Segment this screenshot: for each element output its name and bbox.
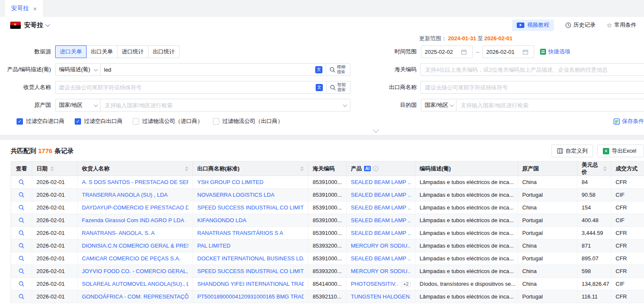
smart-search-button[interactable]: 智能搜索 (326, 81, 350, 93)
date-to-picker[interactable] (482, 45, 534, 58)
filter-checkbox[interactable]: ✓过滤空白出口商 (75, 117, 123, 125)
table-row: 2026-02-01 GONDOÁFRICA - COM. REPRESENTA… (11, 290, 644, 303)
cell-consignee-link[interactable]: GONDOÁFRICA - COM. REPRESENTAÇÕES ... (82, 293, 188, 300)
collapse-filters-button[interactable] (373, 127, 379, 133)
view-detail-icon[interactable] (18, 268, 25, 274)
data-source-tabs: 进口关单出口关单进口统计出口统计 (55, 45, 179, 58)
export-excel-button[interactable]: X 导出Excel (597, 145, 644, 157)
sort-icons[interactable] (185, 166, 188, 171)
view-detail-icon[interactable] (18, 230, 25, 236)
destination-country-select[interactable]: 国家/地区 (421, 99, 456, 112)
cell-consignee-link[interactable]: CAMICAR COMERCIO DE PEÇAS S.A. (82, 255, 181, 262)
history-button[interactable]: 历史记录 (565, 21, 596, 29)
cell-exporter-link[interactable]: SPEED SUCCESS INDUSTRIAL CO LIMITED (197, 204, 304, 211)
cell-product-link[interactable]: MERCURY OR SODIU... (351, 268, 411, 274)
date-from-input[interactable] (425, 49, 459, 55)
view-detail-icon[interactable] (18, 293, 25, 300)
product-search-group: 文 模糊搜索 (100, 63, 350, 76)
cell-exporter-link[interactable]: PT50018900004120931000165 BMG TRADI... (197, 293, 304, 300)
fuzzy-search-button[interactable]: 模糊搜索 (326, 64, 350, 75)
origin-country-select[interactable]: 国家/地区 (55, 99, 101, 112)
checkbox-checked-icon[interactable]: ✓ (17, 118, 23, 125)
video-tutorial-button[interactable]: 视频教程 (512, 20, 554, 31)
view-detail-icon[interactable] (18, 204, 25, 211)
customize-columns-button[interactable]: 自定义列 (552, 145, 593, 157)
cell-product-link[interactable]: SEALED BEAM LAMP ... (351, 204, 411, 211)
quick-options-link[interactable]: 快捷选项 (540, 48, 570, 56)
cell-product-link[interactable]: SEALED BEAM LAMP ... (351, 230, 411, 236)
chevron-down-icon[interactable] (45, 22, 50, 27)
search-icon (330, 84, 336, 91)
favorites-button[interactable]: ☆ 常用条件 (607, 21, 636, 29)
view-detail-icon[interactable] (18, 179, 25, 185)
cell-consignee-link[interactable]: RANATRANS- ANGOLA, S. A (82, 230, 155, 236)
tab-angola[interactable]: 安哥拉 × (5, 0, 43, 17)
hs-code-input[interactable] (425, 67, 641, 73)
column-header-consignee[interactable]: 收货人名称 (78, 162, 193, 176)
product-extra-badge[interactable]: +2 (401, 281, 411, 287)
date-from-picker[interactable] (421, 45, 473, 58)
view-detail-icon[interactable] (18, 255, 25, 262)
cell-hs-code: 85391000... (308, 214, 347, 226)
consignee-input[interactable] (56, 84, 316, 91)
cell-exporter-link[interactable]: KIFANGONDO LDA (197, 217, 246, 223)
save-conditions-button[interactable]: 保存条件 (613, 117, 644, 125)
cell-exporter-link[interactable]: RANATRANS TRANSITÁRIOS S A (197, 230, 283, 236)
data-source-tab[interactable]: 出口关单 (86, 45, 118, 58)
cell-consignee-link[interactable]: DIONISIA.C.N COMERCIO GERAL & PRESTA... (82, 243, 188, 249)
cell-exporter-link[interactable]: PAL LIMITED (197, 243, 230, 249)
data-source-tab[interactable]: 进口统计 (117, 45, 148, 58)
info-icon[interactable]: i (373, 166, 378, 171)
cell-product-link[interactable]: SEALED BEAM LAMP ... (351, 192, 411, 198)
product-search-input[interactable] (101, 67, 315, 73)
translate-icon[interactable]: 文 (315, 66, 322, 73)
product-field-select[interactable]: 编码描述(葡) (55, 63, 101, 76)
cell-consignee-link[interactable]: Fazenda Girassol Com IND AGRO P LDA (82, 217, 184, 223)
browser-tab-bar: 安哥拉 × (0, 0, 644, 17)
country-title: 安哥拉 (24, 21, 43, 29)
data-source-tab[interactable]: 进口关单 (55, 45, 87, 58)
filter-checkbox[interactable]: 过滤物流公司（出口商） (213, 117, 283, 125)
date-to-input[interactable] (486, 49, 520, 55)
filter-checkbox[interactable]: 过滤物流公司（进口商） (133, 117, 203, 125)
cell-consignee-link[interactable]: DAYDAYUP-COMERCIO E PRESTACAO DE S... (82, 204, 188, 211)
cell-exporter-link[interactable]: DOCKET INTERNATIONAL BUSINESS LDA (197, 255, 304, 262)
cell-date: 2026-02-01 (32, 265, 78, 277)
cell-consignee-link[interactable]: JOYVIO FOOD CO. - COMERCIO GERAL, LDA (82, 268, 188, 274)
column-header-exporter[interactable]: 出口商名称(标准) (193, 162, 308, 176)
results-panel: 共匹配到1776条记录 自定义列 X 导出Excel 查看 日期 收货人名称 出… (0, 140, 644, 303)
column-header-date[interactable]: 日期 (32, 162, 78, 176)
cell-product-link[interactable]: SEALED BEAM LAMP ... (351, 179, 411, 185)
column-header-usd-total[interactable]: 美元总价 (577, 162, 611, 176)
sort-icons[interactable] (50, 166, 54, 171)
view-detail-icon[interactable] (18, 243, 25, 249)
view-detail-icon[interactable] (18, 192, 25, 198)
cell-exporter-link[interactable]: NOVASERRA LOGISTICS LDA (197, 192, 274, 198)
cell-consignee-link[interactable]: TRANSERRA ANGOLA (SU) , LDA (82, 192, 168, 198)
translate-icon[interactable]: 文 (316, 84, 323, 91)
sort-icons[interactable] (300, 166, 304, 171)
checkbox-unchecked-icon[interactable] (213, 118, 219, 125)
view-detail-icon[interactable] (18, 281, 25, 287)
cell-consignee-link[interactable]: A. S DOS SANTOS - PRESTACAO DE SERVIC... (82, 179, 188, 185)
view-detail-icon[interactable] (18, 217, 25, 223)
cell-exporter-link[interactable]: SHANDONG YIFEI INTERNATIONAL TRADIN... (197, 281, 304, 287)
close-tab-icon[interactable]: × (33, 5, 37, 12)
checkbox-checked-icon[interactable]: ✓ (75, 118, 81, 125)
sort-icons[interactable] (603, 166, 607, 171)
cell-exporter-link[interactable]: YSH GROUP CO LIMITED (197, 179, 263, 185)
filter-checkbox[interactable]: ✓过滤空白进口商 (17, 117, 64, 125)
cell-consignee-link[interactable]: SOLAREAL AUTOMOVEL ANGOLA(SU)., LDA (82, 281, 188, 287)
data-source-tab[interactable]: 出口统计 (148, 45, 179, 58)
destination-country-input[interactable] (461, 102, 641, 109)
exporter-input[interactable] (425, 84, 641, 91)
cell-usd-total: 90.58 (577, 189, 611, 201)
cell-product-link[interactable]: TUNGSTEN HALOGEN... (351, 293, 411, 300)
cell-product-link[interactable]: MERCURY OR SODIU... (351, 243, 411, 249)
cell-product-link[interactable]: SEALED BEAM LAMP ... (351, 217, 411, 223)
origin-country-input[interactable] (105, 102, 343, 109)
cell-exporter-link[interactable]: SPEED SUCCESS INDUSTRIAL CO LIMITED (197, 268, 304, 274)
checkbox-unchecked-icon[interactable] (133, 118, 139, 125)
cell-product-link[interactable]: PHOTOSENSITIV... (351, 281, 398, 287)
cell-product-link[interactable]: SEALED BEAM LAMP ... (351, 255, 411, 262)
